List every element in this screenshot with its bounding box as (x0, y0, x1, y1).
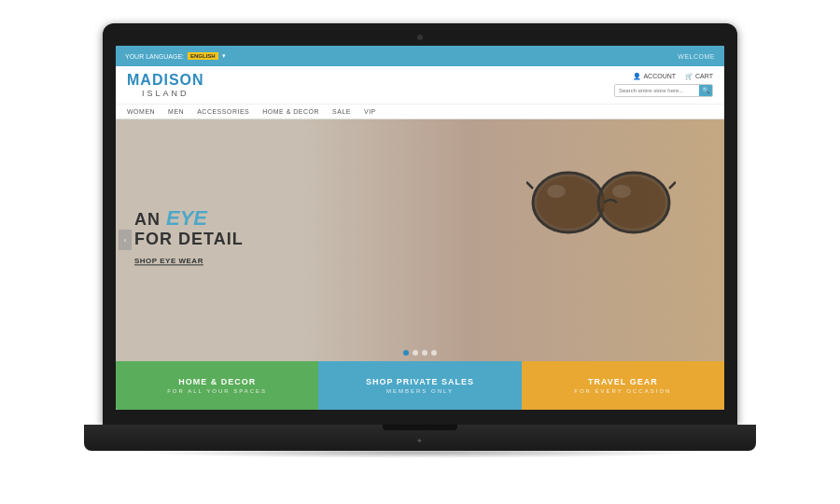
header-right: 👤 ACCOUNT 🛒 CART 🔍 (614, 73, 713, 97)
header-actions: 👤 ACCOUNT 🛒 CART (633, 73, 713, 80)
logo-madison: MADISON (127, 72, 204, 89)
promo-tile-home-decor[interactable]: HOME & DECOR FOR ALL YOUR SPACES (116, 361, 318, 410)
svg-point-1 (537, 176, 600, 229)
carousel-dot-4[interactable] (431, 350, 437, 356)
hero-text-area: AN EYE FOR DETAIL SHOP EYE WEAR (134, 207, 244, 268)
language-label: YOUR LANGUAGE: (125, 53, 184, 60)
carousel-dot-1[interactable] (403, 350, 409, 356)
search-input[interactable] (615, 85, 699, 96)
logo[interactable]: MADISON ISLAND (127, 72, 204, 98)
top-bar: YOUR LANGUAGE: ENGLISH ▾ WELCOME (116, 46, 724, 66)
nav-item-men[interactable]: MEN (168, 108, 184, 115)
laptop-mockup: YOUR LANGUAGE: ENGLISH ▾ WELCOME MADISON… (84, 23, 756, 481)
cart-icon: 🛒 (685, 73, 693, 80)
svg-point-3 (602, 176, 665, 229)
promo-travel-gear-main: TRAVEL GEAR (588, 377, 658, 386)
account-button[interactable]: 👤 ACCOUNT (633, 73, 676, 80)
search-box[interactable]: 🔍 (614, 84, 713, 97)
hero-shop-link[interactable]: SHOP EYE WEAR (134, 257, 203, 265)
welcome-text: WELCOME (678, 53, 715, 60)
svg-line-5 (669, 182, 676, 189)
laptop-brand-logo: ✦ (416, 437, 424, 445)
hero-detail-text: FOR DETAIL (134, 231, 244, 250)
cart-button[interactable]: 🛒 CART (685, 73, 713, 80)
nav-item-women[interactable]: WOMEN (127, 108, 155, 115)
carousel-dot-2[interactable] (413, 350, 418, 356)
account-label: ACCOUNT (643, 73, 676, 79)
svg-point-6 (547, 185, 566, 198)
promo-home-decor-main: HOME & DECOR (178, 377, 256, 386)
hero-banner: ‹ AN EYE FOR DETAIL SHOP EYE WEAR (116, 119, 724, 361)
nav-item-accessories[interactable]: ACCESSORIES (197, 108, 249, 115)
site-nav: WOMEN MEN ACCESSORIES HOME & DECOR SALE … (116, 105, 724, 119)
camera (417, 35, 423, 40)
search-button[interactable]: 🔍 (699, 84, 712, 97)
laptop-hinge (383, 425, 457, 430)
carousel-dots (403, 350, 437, 356)
svg-line-4 (526, 182, 533, 189)
screen-bezel: YOUR LANGUAGE: ENGLISH ▾ WELCOME MADISON… (103, 23, 737, 425)
promo-home-decor-sub: FOR ALL YOUR SPACES (167, 388, 267, 394)
promo-private-sales-sub: MEMBERS ONLY (386, 388, 454, 394)
language-badge: ENGLISH (188, 52, 218, 60)
language-selector[interactable]: YOUR LANGUAGE: ENGLISH ▾ (125, 52, 226, 60)
promo-tiles: HOME & DECOR FOR ALL YOUR SPACES SHOP PR… (116, 361, 724, 410)
promo-tile-private-sales[interactable]: SHOP PRIVATE SALES MEMBERS ONLY (318, 361, 521, 410)
nav-item-vip[interactable]: VIP (364, 108, 376, 115)
carousel-prev-button[interactable]: ‹ (119, 230, 132, 250)
site-header: MADISON ISLAND 👤 ACCOUNT 🛒 CART (116, 66, 724, 105)
svg-point-7 (612, 185, 631, 198)
logo-island: ISLAND (127, 89, 204, 98)
hero-eye-text: EYE (166, 207, 207, 231)
carousel-dot-3[interactable] (422, 350, 427, 356)
cart-label: CART (695, 73, 713, 79)
screen-content: YOUR LANGUAGE: ENGLISH ▾ WELCOME MADISON… (116, 46, 724, 410)
promo-travel-gear-sub: FOR EVERY OCCASION (574, 388, 671, 394)
promo-private-sales-main: SHOP PRIVATE SALES (366, 377, 474, 386)
hero-line1: AN EYE (134, 207, 244, 231)
sunglasses-image (526, 156, 676, 240)
account-icon: 👤 (633, 73, 641, 80)
laptop-base: ✦ (84, 425, 756, 451)
promo-tile-travel-gear[interactable]: TRAVEL GEAR FOR EVERY OCCASION (522, 361, 724, 410)
nav-item-home-decor[interactable]: HOME & DECOR (262, 108, 319, 115)
lang-dropdown-icon[interactable]: ▾ (222, 52, 226, 60)
hero-an-text: AN (134, 211, 166, 230)
nav-item-sale[interactable]: SALE (332, 108, 351, 115)
